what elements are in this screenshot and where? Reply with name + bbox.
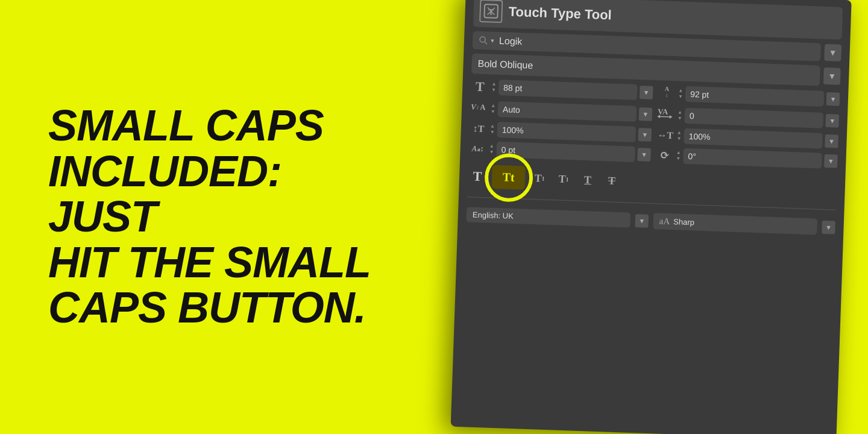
- language-aa-row: English: UK ▼ aA Sharp ▼: [466, 206, 835, 235]
- tracking-value: 0: [690, 111, 819, 125]
- language-field[interactable]: English: UK: [467, 207, 631, 227]
- aa-dropdown[interactable]: ▼: [822, 220, 835, 234]
- baseline-up-btn[interactable]: ▲: [489, 144, 494, 149]
- vertical-scale-icon: ↕T: [470, 123, 488, 134]
- kerning-value: Auto: [503, 104, 632, 118]
- size-up-btn[interactable]: ▲: [491, 82, 496, 87]
- character-panel: Character T Touch Type Tool: [451, 0, 852, 434]
- baseline-dropdown[interactable]: ▼: [637, 148, 651, 162]
- tracking-dropdown[interactable]: ▼: [825, 113, 839, 127]
- hscale-down-btn[interactable]: ▼: [676, 136, 681, 141]
- svg-text:↕: ↕: [665, 93, 668, 98]
- leading-field[interactable]: 92 pt: [685, 86, 825, 107]
- type-btn-strikethrough[interactable]: T: [602, 172, 622, 190]
- headline-line1: Small Caps: [48, 103, 371, 149]
- headline: Small Caps Included: Just Hit The Small …: [48, 103, 371, 331]
- rotation-icon: ⟳: [655, 148, 674, 162]
- svg-point-4: [480, 37, 485, 42]
- vscale-down-btn[interactable]: ▼: [490, 130, 495, 135]
- font-style-value: Bold Oblique: [477, 58, 814, 81]
- svg-marker-14: [670, 115, 672, 119]
- font-size-icon: T: [471, 78, 489, 95]
- touch-type-icon: T: [479, 0, 503, 23]
- horizontal-scale-value: 100%: [688, 131, 818, 145]
- font-name-value: Logik: [499, 36, 815, 57]
- type-btn-underline[interactable]: T: [578, 171, 598, 189]
- touch-type-label: Touch Type Tool: [508, 4, 612, 24]
- baseline-down-btn[interactable]: ▼: [489, 150, 494, 155]
- font-dropdown-arrow[interactable]: ▼: [824, 44, 841, 61]
- type-btn-subscript[interactable]: T1: [554, 170, 574, 188]
- aa-icon: aA: [659, 216, 670, 227]
- headline-line3: Just: [48, 194, 371, 240]
- baseline-cell: Aₐ↕ ▲ ▼ 0 pt ▼: [468, 140, 651, 163]
- svg-text:A: A: [480, 102, 486, 111]
- svg-text:V: V: [471, 102, 477, 111]
- left-area: Small Caps Included: Just Hit The Small …: [0, 0, 434, 434]
- language-dropdown[interactable]: ▼: [635, 214, 649, 228]
- tracking-up-btn[interactable]: ▲: [678, 110, 682, 115]
- rotation-dropdown[interactable]: ▼: [824, 154, 838, 168]
- language-value: English: UK: [473, 210, 624, 225]
- headline-line5: Caps Button.: [48, 285, 371, 331]
- svg-text:VA: VA: [658, 107, 668, 116]
- tracking-cell: VA ▲ ▼ 0 ▼: [656, 105, 839, 130]
- svg-text:A: A: [665, 86, 670, 92]
- panel-content: T Touch Type Tool ▾: [458, 0, 852, 243]
- type-btn-regular[interactable]: T: [468, 166, 488, 187]
- vscale-dropdown[interactable]: ▼: [638, 128, 652, 142]
- kerning-up-btn[interactable]: ▲: [491, 103, 495, 108]
- vertical-scale-field[interactable]: 100%: [497, 122, 636, 142]
- tracking-icon: VA: [656, 105, 675, 124]
- font-size-cell: T ▲ ▼ 88 pt ▼: [471, 78, 653, 101]
- vscale-up-btn[interactable]: ▲: [490, 124, 495, 129]
- leading-cell: A ↕ ▲ ▼ 92 pt ▼: [658, 84, 840, 108]
- svg-line-5: [485, 42, 487, 44]
- size-field[interactable]: 88 pt: [498, 80, 638, 100]
- leading-value: 92 pt: [690, 89, 820, 103]
- headline-line2: Included:: [48, 149, 371, 195]
- aa-value: Sharp: [673, 217, 811, 231]
- vertical-scale-cell: ↕T ▲ ▼ 100% ▼: [469, 121, 652, 143]
- leading-down-btn[interactable]: ▼: [678, 94, 683, 99]
- rotation-field[interactable]: 0°: [683, 148, 822, 169]
- horizontal-scale-field[interactable]: 100%: [684, 128, 823, 149]
- small-caps-wrapper: Tt: [491, 165, 525, 190]
- leading-up-btn[interactable]: ▲: [678, 88, 683, 93]
- size-dropdown[interactable]: ▼: [640, 86, 653, 99]
- horizontal-scale-cell: ↔T ▲ ▼ 100% ▼: [656, 127, 838, 149]
- hscale-up-btn[interactable]: ▲: [677, 130, 682, 135]
- size-down-btn[interactable]: ▼: [491, 88, 496, 93]
- rotation-value: 0°: [688, 151, 817, 165]
- baseline-value: 0 pt: [501, 145, 631, 159]
- horizontal-scale-icon: ↔T: [656, 130, 675, 141]
- rotation-cell: ⟳ ▲ ▼ 0° ▼: [655, 147, 838, 169]
- type-btn-small-caps[interactable]: Tt: [491, 165, 525, 190]
- baseline-icon: Aₐ↕: [468, 143, 487, 154]
- size-value: 88 pt: [503, 83, 633, 96]
- baseline-field[interactable]: 0 pt: [496, 142, 635, 162]
- kerning-cell: V / A ▲ ▼ Auto ▼: [470, 99, 653, 123]
- leading-dropdown[interactable]: ▼: [826, 92, 840, 106]
- aa-field[interactable]: aA Sharp: [653, 213, 817, 234]
- tracking-down-btn[interactable]: ▼: [678, 116, 682, 121]
- tracking-field[interactable]: 0: [684, 107, 823, 128]
- panel-wrapper: Character T Touch Type Tool: [450, 0, 868, 434]
- rotation-up-btn[interactable]: ▲: [676, 150, 681, 155]
- type-btn-superscript[interactable]: T1: [530, 169, 550, 187]
- svg-text:/: /: [476, 104, 479, 110]
- kerning-icon: V / A: [470, 99, 489, 117]
- kerning-field[interactable]: Auto: [498, 101, 637, 121]
- headline-line4: Hit The Small: [48, 240, 371, 286]
- kerning-dropdown[interactable]: ▼: [639, 107, 653, 121]
- leading-icon: A ↕: [658, 84, 676, 102]
- style-dropdown-arrow[interactable]: ▼: [823, 68, 841, 85]
- vertical-scale-value: 100%: [502, 125, 632, 139]
- search-icon: ▾: [479, 36, 495, 46]
- rotation-down-btn[interactable]: ▼: [676, 156, 681, 161]
- kerning-down-btn[interactable]: ▼: [491, 109, 495, 114]
- hscale-dropdown[interactable]: ▼: [825, 134, 838, 148]
